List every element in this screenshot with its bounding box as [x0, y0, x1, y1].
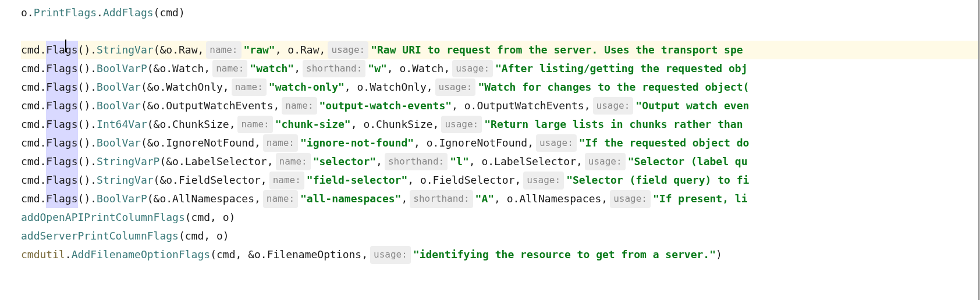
- code-line[interactable]: cmd.Flags().BoolVarP(&o.Watch, name:"wat…: [21, 59, 980, 78]
- code-text: ().: [78, 190, 97, 208]
- code-line[interactable]: addServerPrintColumnFlags(cmd, o): [21, 227, 980, 245]
- code-text: (cmd): [154, 3, 185, 22]
- code-text: ): [716, 245, 722, 264]
- code-text: cmd.: [21, 115, 46, 134]
- param-hint: usage:: [585, 153, 626, 170]
- selection-flags: Flags: [46, 152, 77, 171]
- method: BoolVarP: [97, 190, 147, 208]
- param-hint: usage:: [328, 41, 368, 59]
- code-line[interactable]: cmd.Flags().BoolVar(&o.IgnoreNotFound, n…: [21, 134, 980, 152]
- param-hint: usage:: [610, 190, 651, 208]
- string-literal: "Selector (label qu: [628, 152, 748, 171]
- code-text: ,: [294, 59, 300, 78]
- selection-flags: Flags: [46, 115, 77, 134]
- string-literal: "Watch for changes to the requested obje…: [478, 78, 749, 97]
- code-text: (&o.WatchOnly,: [141, 78, 229, 97]
- param-hint: usage:: [536, 134, 577, 152]
- selection-flags: Flags: [46, 171, 77, 190]
- code-editor[interactable]: o.PrintFlags.AddFlags(cmd) cmd.Flags().S…: [0, 3, 980, 264]
- code-text: (&o.Raw,: [154, 41, 204, 59]
- string-literal: "Return large lists in chunks rather tha…: [484, 115, 743, 134]
- string-literal: "all-namespaces": [300, 190, 401, 208]
- code-text: ,: [376, 152, 382, 171]
- param-hint: usage:: [441, 116, 482, 133]
- func-call: addServerPrintColumnFlags: [21, 227, 179, 245]
- method: StringVar: [97, 171, 154, 190]
- string-literal: "w": [368, 59, 387, 78]
- code-text: (&o.FieldSelector,: [154, 171, 267, 190]
- method: Int64Var: [97, 115, 147, 134]
- method: AddFilenameOptionFlags: [72, 245, 210, 264]
- string-literal: "field-selector": [307, 171, 407, 190]
- param-hint: name:: [269, 172, 304, 189]
- code-text: , o.Raw,: [275, 41, 326, 59]
- string-literal: "Raw URI to request from the server. Use…: [371, 41, 743, 59]
- selection-flags: Flags: [46, 134, 77, 152]
- code-text: cmd.: [21, 134, 46, 152]
- param-hint: shorthand:: [410, 190, 473, 208]
- code-text: cmd.: [21, 171, 46, 190]
- code-line[interactable]: cmd.Flags().StringVar(&o.FieldSelector, …: [21, 171, 980, 190]
- method: BoolVarP: [97, 59, 147, 78]
- param-hint: usage:: [452, 60, 493, 77]
- method: StringVar: [97, 41, 154, 59]
- func-call: addOpenAPIPrintColumnFlags: [21, 208, 185, 227]
- code-line-blank[interactable]: [21, 22, 980, 41]
- param-hint: name:: [237, 116, 272, 133]
- code-text: o.: [21, 3, 34, 22]
- code-line[interactable]: cmd.Flags().BoolVarP(&o.AllNamespaces, n…: [21, 190, 980, 208]
- string-literal: "selector": [313, 152, 376, 171]
- param-hint: usage:: [370, 246, 411, 263]
- code-text: .: [97, 3, 103, 22]
- string-literal: "l": [450, 152, 469, 171]
- code-text: (cmd, o): [179, 227, 229, 245]
- code-text: ().: [78, 152, 97, 171]
- code-line[interactable]: cmd.Flags().Int64Var(&o.ChunkSize, name:…: [21, 115, 980, 134]
- param-hint: usage:: [435, 78, 476, 96]
- method: PrintFlags: [34, 3, 97, 22]
- method: BoolVar: [97, 134, 141, 152]
- param-hint: usage:: [523, 172, 564, 189]
- code-text: cmd.: [21, 97, 46, 115]
- string-literal: "If present, li: [653, 190, 748, 208]
- code-text: ().: [78, 41, 97, 59]
- code-text: (&o.ChunkSize,: [147, 115, 236, 134]
- param-hint: name:: [282, 97, 317, 115]
- code-text: ,: [401, 190, 407, 208]
- code-text: .: [65, 245, 72, 264]
- code-line[interactable]: cmd.Flags().StringVarP(&o.LabelSelector,…: [21, 152, 980, 171]
- code-text: ().: [78, 97, 97, 115]
- code-text: ().: [78, 115, 97, 134]
- code-line[interactable]: o.PrintFlags.AddFlags(cmd): [21, 3, 980, 22]
- string-literal: "Selector (field query) to fi: [566, 171, 749, 190]
- selection-flags: Fla: [46, 41, 65, 59]
- code-text: , o.ChunkSize,: [351, 115, 439, 134]
- code-text: ().: [78, 59, 97, 78]
- param-hint: shorthand:: [303, 60, 365, 77]
- selection-flags: Flags: [46, 78, 77, 97]
- param-hint: name:: [276, 153, 311, 170]
- string-literal: "ignore-not-found": [300, 134, 414, 152]
- method: BoolVar: [97, 97, 141, 115]
- string-literal: "watch-only": [269, 78, 345, 97]
- package-ref: cmdutil: [21, 245, 65, 264]
- code-line-current[interactable]: cmd.Flags().StringVar(&o.Raw, name:"raw"…: [21, 41, 980, 59]
- code-text: (&o.LabelSelector,: [159, 152, 273, 171]
- code-line[interactable]: cmdutil.AddFilenameOptionFlags(cmd, &o.F…: [21, 245, 980, 264]
- code-text: ().: [78, 134, 97, 152]
- string-literal: "raw": [244, 41, 275, 59]
- string-literal: "identifying the resource to get from a …: [413, 245, 716, 264]
- code-text: , o.IgnoreNotFound,: [414, 134, 534, 152]
- code-text: , o.LabelSelector,: [469, 152, 583, 171]
- code-line[interactable]: cmd.Flags().BoolVar(&o.OutputWatchEvents…: [21, 97, 980, 115]
- string-literal: "If the requested object do: [579, 134, 750, 152]
- string-literal: "After listing/getting the requested obj: [495, 59, 747, 78]
- selection-flags: Flags: [46, 59, 77, 78]
- code-line[interactable]: addOpenAPIPrintColumnFlags(cmd, o): [21, 208, 980, 227]
- selection-flags: gs: [65, 41, 78, 59]
- string-literal: "A": [475, 190, 495, 208]
- code-line[interactable]: cmd.Flags().BoolVar(&o.WatchOnly, name:"…: [21, 78, 980, 97]
- code-text: (&o.Watch,: [147, 59, 210, 78]
- param-hint: name:: [232, 78, 267, 96]
- code-text: ().: [78, 78, 97, 97]
